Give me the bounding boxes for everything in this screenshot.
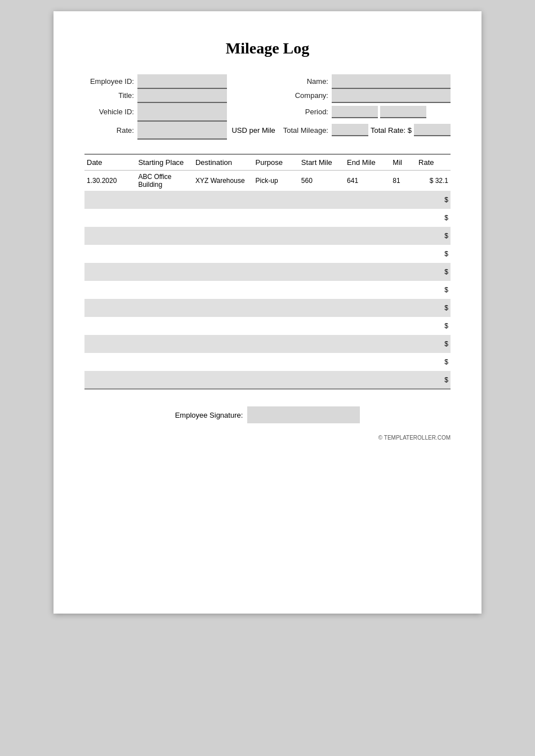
cell-purpose — [253, 371, 299, 389]
cell-start_mile — [299, 317, 345, 335]
cell-rate: $ — [416, 335, 451, 353]
cell-rate: $ — [416, 227, 451, 245]
cell-start_mile — [299, 227, 345, 245]
rate-field[interactable] — [137, 121, 228, 139]
cell-mil — [390, 335, 416, 353]
cell-start_mile — [299, 263, 345, 281]
cell-mil — [390, 371, 416, 389]
cell-purpose — [253, 191, 299, 209]
cell-date — [84, 353, 136, 371]
cell-mil — [390, 353, 416, 371]
employee-id-field[interactable] — [137, 74, 228, 88]
cell-purpose — [253, 263, 299, 281]
cell-end_mile — [345, 335, 390, 353]
table-row: $ — [84, 335, 451, 353]
period-to-field[interactable] — [380, 106, 426, 118]
cell-rate: $ — [416, 353, 451, 371]
col-rate: Rate — [416, 154, 451, 171]
cell-starting_place — [136, 371, 193, 389]
cell-date — [84, 371, 136, 389]
table-row: $ — [84, 281, 451, 299]
cell-destination — [193, 281, 253, 299]
total-rate-label: Total Rate: $ — [371, 126, 412, 135]
cell-destination — [193, 227, 253, 245]
cell-date — [84, 227, 136, 245]
cell-rate: $ — [416, 371, 451, 389]
cell-starting_place — [136, 299, 193, 317]
cell-destination — [193, 209, 253, 227]
cell-start_mile — [299, 281, 345, 299]
cell-purpose — [253, 227, 299, 245]
name-field[interactable] — [332, 74, 451, 88]
cell-mil — [390, 317, 416, 335]
company-field[interactable] — [332, 88, 451, 102]
cell-purpose — [253, 317, 299, 335]
log-table: Date Starting Place Destination Purpose … — [84, 154, 451, 390]
cell-starting_place: ABC Office Building — [136, 171, 193, 191]
cell-rate: $ — [416, 263, 451, 281]
vehicle-id-field[interactable] — [137, 102, 228, 121]
table-row: 1.30.2020ABC Office BuildingXYZ Warehous… — [84, 171, 451, 191]
cell-rate: $ — [416, 281, 451, 299]
cell-start_mile — [299, 335, 345, 353]
col-destination: Destination — [193, 154, 253, 171]
cell-end_mile — [345, 353, 390, 371]
table-row: $ — [84, 371, 451, 389]
cell-date — [84, 263, 136, 281]
signature-area: Employee Signature: — [84, 406, 451, 423]
table-row: $ — [84, 317, 451, 335]
cell-start_mile — [299, 245, 345, 263]
cell-mil — [390, 263, 416, 281]
page: Mileage Log Employee ID: Name: Title: Co… — [54, 11, 482, 614]
cell-end_mile: 641 — [345, 171, 390, 191]
signature-field[interactable] — [247, 406, 360, 423]
cell-mil — [390, 281, 416, 299]
cell-date — [84, 317, 136, 335]
company-label: Company: — [280, 88, 332, 102]
cell-end_mile — [345, 263, 390, 281]
cell-starting_place — [136, 263, 193, 281]
rate-label: Rate: — [84, 121, 137, 139]
col-end-mile: End Mile — [345, 154, 390, 171]
title-field[interactable] — [137, 88, 228, 102]
table-row: $ — [84, 353, 451, 371]
cell-starting_place — [136, 353, 193, 371]
table-row: $ — [84, 191, 451, 209]
total-mileage-field[interactable] — [332, 124, 368, 136]
vehicle-id-label: Vehicle ID: — [84, 102, 137, 121]
cell-date — [84, 335, 136, 353]
cell-start_mile — [299, 209, 345, 227]
cell-end_mile — [345, 245, 390, 263]
cell-mil — [390, 227, 416, 245]
page-title: Mileage Log — [84, 39, 451, 57]
cell-date — [84, 299, 136, 317]
table-row: $ — [84, 209, 451, 227]
cell-starting_place — [136, 335, 193, 353]
total-rate-field[interactable] — [414, 124, 451, 136]
cell-starting_place — [136, 317, 193, 335]
cell-end_mile — [345, 281, 390, 299]
cell-purpose — [253, 335, 299, 353]
col-starting-place: Starting Place — [136, 154, 193, 171]
cell-rate: $ — [416, 191, 451, 209]
cell-end_mile — [345, 191, 390, 209]
cell-purpose — [253, 299, 299, 317]
cell-destination: XYZ Warehouse — [193, 171, 253, 191]
cell-date: 1.30.2020 — [84, 171, 136, 191]
cell-starting_place — [136, 281, 193, 299]
cell-destination — [193, 353, 253, 371]
cell-start_mile — [299, 191, 345, 209]
cell-date — [84, 191, 136, 209]
cell-purpose — [253, 281, 299, 299]
cell-end_mile — [345, 371, 390, 389]
cell-purpose: Pick-up — [253, 171, 299, 191]
usd-per-mile-label: USD per Mile — [227, 121, 279, 139]
cell-starting_place — [136, 245, 193, 263]
cell-destination — [193, 299, 253, 317]
period-from-field[interactable] — [332, 106, 378, 118]
period-label: Period: — [280, 102, 332, 121]
cell-end_mile — [345, 227, 390, 245]
cell-start_mile — [299, 299, 345, 317]
col-start-mile: Start Mile — [299, 154, 345, 171]
table-row: $ — [84, 299, 451, 317]
